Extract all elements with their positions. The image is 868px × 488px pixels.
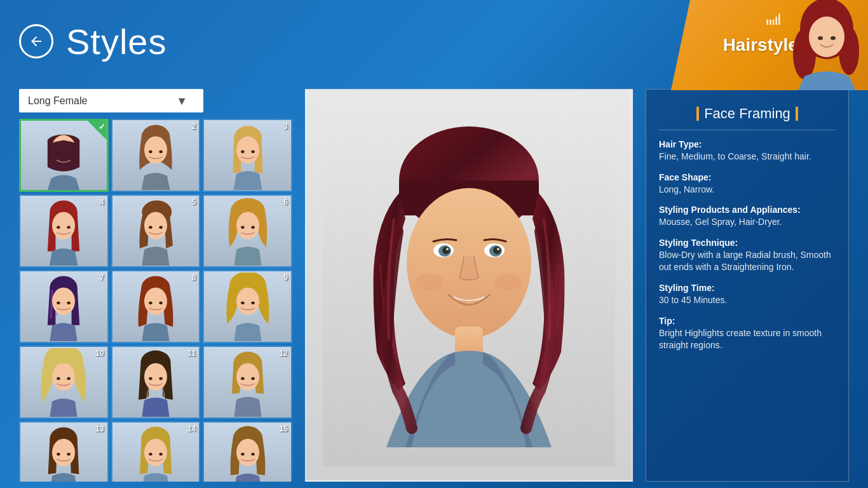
svg-point-42	[251, 301, 254, 304]
svg-point-9	[57, 152, 60, 155]
svg-point-13	[149, 150, 152, 153]
item-number: 15	[280, 424, 288, 433]
svg-point-5	[831, 36, 836, 40]
svg-point-21	[57, 226, 60, 229]
svg-point-34	[67, 301, 71, 304]
svg-point-53	[241, 377, 244, 380]
svg-point-20	[52, 212, 75, 239]
svg-point-49	[149, 377, 152, 380]
preview-image	[323, 104, 615, 466]
style-item-12[interactable]: 12	[203, 346, 292, 419]
svg-point-24	[144, 212, 167, 239]
style-item-4[interactable]: 4	[19, 194, 109, 268]
face-shape-value: Long, Narrow.	[659, 184, 836, 196]
svg-point-16	[236, 136, 259, 163]
style-item-9[interactable]: 9	[203, 270, 292, 343]
svg-point-41	[241, 301, 244, 304]
svg-point-64	[236, 438, 259, 466]
svg-point-65	[241, 452, 244, 456]
svg-point-17	[241, 150, 244, 153]
item-number: 13	[95, 424, 104, 433]
svg-point-58	[67, 452, 71, 456]
style-grid: ✓ 2	[19, 119, 292, 482]
svg-point-37	[149, 301, 152, 304]
main-content: Long Female Short Female Long Male Short…	[0, 83, 868, 488]
svg-point-30	[251, 226, 254, 229]
svg-point-80	[494, 273, 522, 291]
svg-point-78	[497, 248, 499, 250]
hair-type-section: Hair Type: Fine, Medium, to Coarse, Stra…	[659, 139, 836, 163]
back-button[interactable]	[19, 24, 53, 58]
svg-point-46	[67, 377, 71, 380]
item-number: 6	[283, 198, 288, 207]
svg-point-79	[416, 273, 444, 291]
svg-point-52	[236, 363, 259, 390]
svg-point-33	[57, 301, 60, 304]
item-number: 14	[187, 424, 196, 433]
item-number: 8	[192, 273, 196, 282]
svg-point-32	[52, 287, 75, 315]
svg-point-10	[68, 152, 71, 155]
item-number: 11	[187, 349, 196, 358]
svg-point-77	[446, 248, 449, 250]
style-item-5[interactable]: 5	[111, 194, 201, 268]
technique-value: Blow-Dry with a large Radial brush, Smoo…	[659, 249, 836, 274]
category-dropdown[interactable]: Long Female Short Female Long Male Short…	[19, 89, 203, 112]
style-item-3[interactable]: 3	[203, 119, 292, 192]
face-shape-label: Face Shape:	[659, 172, 836, 182]
svg-point-28	[236, 212, 259, 239]
svg-point-56	[52, 438, 75, 466]
svg-point-60	[144, 438, 167, 466]
style-item-8[interactable]: 8	[111, 270, 201, 343]
svg-point-44	[52, 363, 75, 390]
item-number: 10	[95, 349, 104, 358]
hair-type-label: Hair Type:	[659, 139, 836, 149]
style-item-14[interactable]: 14	[111, 421, 201, 482]
time-label: Styling Time:	[659, 283, 836, 293]
style-item-11[interactable]: 11	[111, 346, 201, 419]
technique-label: Styling Technique:	[659, 238, 836, 248]
hair-type-value: Fine, Medium, to Coarse, Straight hair.	[659, 151, 836, 163]
products-value: Mousse, Gel Spray, Hair-Dryer.	[659, 216, 836, 229]
svg-point-12	[144, 136, 167, 163]
style-item-2[interactable]: 2	[111, 119, 201, 192]
style-item-10[interactable]: 10	[19, 346, 109, 419]
title-bar-right	[796, 107, 798, 121]
svg-point-75	[442, 247, 450, 254]
svg-point-61	[149, 452, 152, 456]
svg-point-29	[241, 226, 244, 229]
svg-point-76	[493, 247, 501, 254]
products-label: Styling Products and Appliances:	[659, 205, 836, 215]
svg-point-40	[236, 287, 259, 315]
svg-point-66	[251, 452, 254, 456]
svg-point-36	[144, 287, 167, 315]
face-shape-section: Face Shape: Long, Narrow.	[659, 172, 836, 196]
svg-point-14	[159, 150, 162, 153]
category-dropdown-container: Long Female Short Female Long Male Short…	[19, 89, 292, 112]
style-item-13[interactable]: 13	[19, 421, 109, 482]
svg-point-4	[818, 36, 823, 40]
style-item-15[interactable]: 15	[203, 421, 292, 482]
svg-point-26	[159, 226, 162, 229]
style-item-6[interactable]: 6	[203, 194, 292, 268]
svg-point-54	[251, 377, 254, 380]
page-title: Styles	[66, 21, 167, 62]
svg-point-45	[57, 377, 60, 380]
svg-point-62	[159, 452, 162, 456]
svg-point-50	[159, 377, 162, 380]
title-bar-left	[696, 107, 699, 121]
tip-label: Tip:	[659, 316, 836, 326]
tip-value: Bright Highlights create texture in smoo…	[659, 327, 836, 352]
style-item-1[interactable]: ✓	[19, 119, 109, 192]
svg-point-22	[67, 226, 71, 229]
style-item-7[interactable]: 7	[19, 270, 109, 343]
item-number: 2	[192, 122, 196, 131]
preview-container	[305, 89, 633, 482]
item-number: 7	[100, 273, 104, 282]
products-section: Styling Products and Appliances: Mousse,…	[659, 205, 836, 229]
svg-point-3	[809, 17, 844, 57]
svg-point-18	[251, 150, 254, 153]
technique-section: Styling Technique: Blow-Dry with a large…	[659, 238, 836, 274]
item-number: 3	[283, 122, 288, 131]
tip-section: Tip: Bright Highlights create texture in…	[659, 316, 836, 352]
